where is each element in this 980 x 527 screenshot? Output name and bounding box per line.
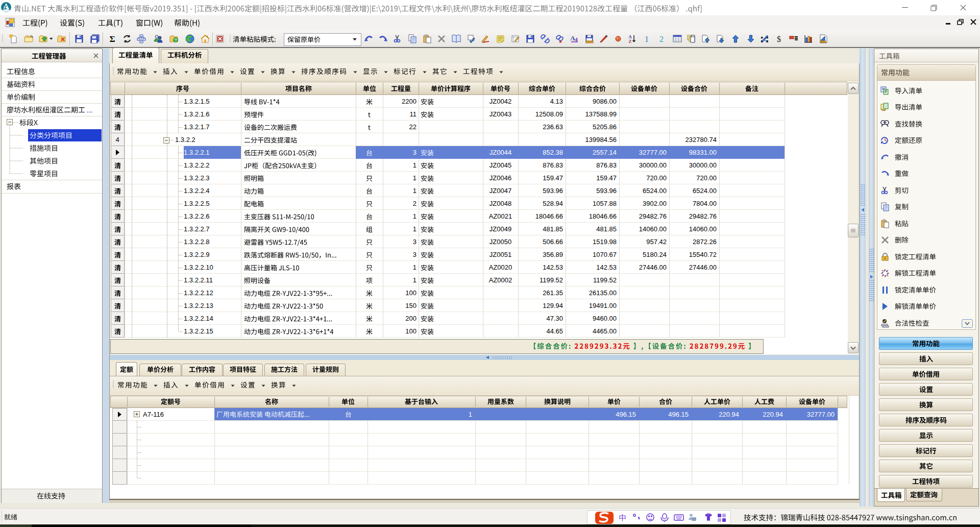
svg-text:Z: Z xyxy=(628,39,631,43)
svg-text:$: $ xyxy=(777,35,781,43)
svg-text:1: 1 xyxy=(645,35,649,43)
svg-text:Σ: Σ xyxy=(109,34,115,43)
svg-text:2: 2 xyxy=(659,35,664,43)
svg-text:4: 4 xyxy=(575,36,578,42)
